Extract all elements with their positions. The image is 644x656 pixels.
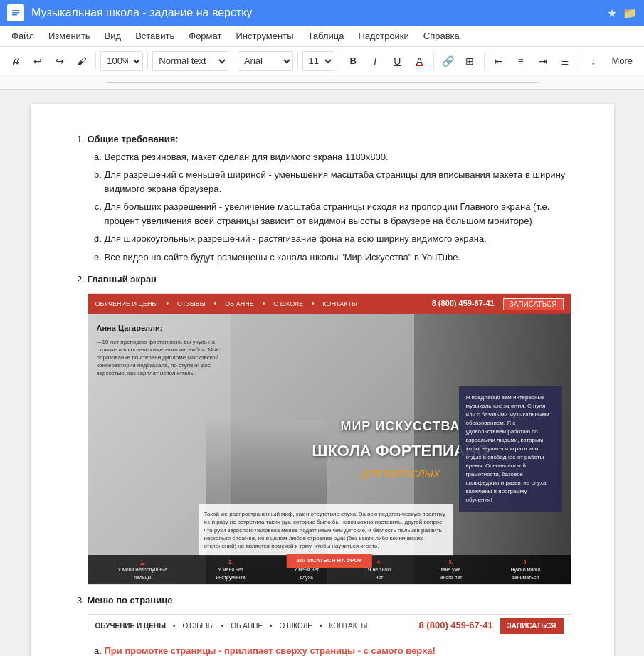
toolbar-divider-8 <box>579 53 579 70</box>
menu-bar: Файл Изменить Вид Вставить Формат Инстру… <box>0 26 644 47</box>
nav-item-4: О ШКОЛЕ <box>273 299 303 309</box>
hero-side-text: Я предлагаю вам интересные музыкальные з… <box>459 386 562 512</box>
hero-title-line1: МИР ИСКУССТВА <box>340 416 460 437</box>
ruler <box>0 75 644 90</box>
menu-bar-full-preview: ОБУЧЕНИЕ И ЦЕНЫ • ОТЗЫВЫ • ОБ АННЕ • О Ш… <box>88 614 571 638</box>
menu-help[interactable]: Справка <box>418 28 465 44</box>
font-size-select[interactable]: 11 <box>302 51 334 71</box>
print-button[interactable]: 🖨 <box>6 51 25 71</box>
mp-phone: 8 (800) 459-67-41 <box>419 618 493 633</box>
nav-item-5: КОНТАКТЫ <box>322 299 357 309</box>
mp-dot: • <box>221 620 224 632</box>
section-2: Главный экран ОБУЧЕНИЕ И ЦЕНЫ • ОТЗЫВЫ •… <box>88 273 571 585</box>
mp-item-2: ОТЗЫВЫ <box>182 620 213 632</box>
section-1-list: Верстка резиновая, макет сделан для види… <box>88 150 571 265</box>
link-button[interactable]: 🔗 <box>438 51 458 71</box>
nav-dot: • <box>312 298 315 310</box>
line-spacing-button[interactable]: ↕ <box>584 51 603 71</box>
app-icon <box>7 4 24 21</box>
undo-button[interactable]: ↩ <box>28 51 47 71</box>
menu-tools[interactable]: Инструменты <box>230 28 299 44</box>
more-button[interactable]: More <box>606 47 638 75</box>
align-justify-button[interactable]: ≣ <box>555 51 574 71</box>
title-bar: Музыкальная школа - задание на верстку ★… <box>0 0 644 26</box>
menu-edit[interactable]: Изменить <box>43 28 96 44</box>
underline-button[interactable]: U <box>388 51 407 71</box>
redo-button[interactable]: ↪ <box>50 51 69 71</box>
toolbar-divider-6 <box>433 53 434 70</box>
menu-file[interactable]: Файл <box>6 28 40 44</box>
font-select[interactable]: Arial <box>238 51 293 71</box>
style-select[interactable]: Normal text <box>152 51 228 71</box>
hero-area: Анна Цагарелли: —10 лет преподаю фортепи… <box>88 314 571 584</box>
nav-dot: • <box>263 298 265 310</box>
doc-icons: ★ 📁 <box>607 6 637 20</box>
section-3-sublist: При промотке страницы - прилипает сверху… <box>88 644 571 656</box>
paint-format-button[interactable]: 🖌 <box>72 51 91 71</box>
zoom-select[interactable]: 100% <box>100 51 143 71</box>
section-3-title: Меню по странице <box>88 595 173 605</box>
section-3: Меню по странице ОБУЧЕНИЕ И ЦЕНЫ • ОТЗЫВ… <box>88 593 571 656</box>
mp-signup[interactable]: ЗАПИСАТЬСЯ <box>500 618 564 634</box>
bottom-item-6: 6. Нужно многозаниматься <box>511 558 541 582</box>
nav-preview: ОБУЧЕНИЕ И ЦЕНЫ • ОТЗЫВЫ • ОБ АННЕ • О Ш… <box>88 294 571 314</box>
person-name: Анна Цагарелли: <box>97 322 222 335</box>
star-icon[interactable]: ★ <box>607 6 617 20</box>
align-right-button[interactable]: ⇥ <box>533 51 552 71</box>
list-item: Для разрешений с меньшей шириной - умень… <box>105 168 571 196</box>
list-item: Для широкоугольных разрешений - растягив… <box>105 232 571 246</box>
mp-item-4: О ШКОЛЕ <box>280 620 312 632</box>
mp-dot: • <box>270 620 273 632</box>
doc-page: Общие требования: Верстка резиновая, мак… <box>31 104 614 656</box>
toolbar: 🖨 ↩ ↪ 🖌 100% Normal text Arial 11 B I U … <box>0 47 644 75</box>
svg-rect-2 <box>12 12 19 14</box>
svg-rect-3 <box>12 14 17 16</box>
bottom-item-5: 5. Мне ужемного лет <box>440 558 463 582</box>
nav-dot: • <box>214 298 217 310</box>
sticky-text: При промотке страницы - прилипает сверху… <box>105 645 436 656</box>
list-item: Все видео на сайте будут размещены с кан… <box>105 250 571 265</box>
nav-item-1: ОБУЧЕНИЕ И ЦЕНЫ <box>95 299 158 309</box>
list-item-sticky: При промотке страницы - прилипает сверху… <box>105 644 571 656</box>
ruler-line <box>107 82 537 83</box>
section-2-title: Главный экран <box>88 274 157 285</box>
nav-signup-button[interactable]: ЗАПИСАТЬСЯ <box>503 298 564 310</box>
hero-signup-btn[interactable]: ЗАПИСАТЬСЯ НА УРОК <box>286 554 371 568</box>
toolbar-divider-2 <box>147 53 148 70</box>
svg-rect-1 <box>12 10 19 11</box>
doc-title: Музыкальная школа - задание на верстку <box>31 6 600 19</box>
toolbar-divider-5 <box>339 53 339 70</box>
nav-item-3: ОБ АННЕ <box>225 299 253 309</box>
folder-icon[interactable]: 📁 <box>623 6 637 20</box>
list-item: Для больших разрешений - увеличение масш… <box>105 200 571 228</box>
bold-button[interactable]: B <box>344 51 363 71</box>
italic-button[interactable]: I <box>366 51 385 71</box>
menu-insert[interactable]: Вставить <box>130 28 180 44</box>
section-1-title: Общие требования: <box>88 134 179 144</box>
font-color-button[interactable]: A <box>410 51 429 71</box>
mp-item-3: ОБ АННЕ <box>231 620 263 632</box>
mp-item-5: КОНТАКТЫ <box>329 620 367 632</box>
nav-item-2: ОТЗЫВЫ <box>177 299 206 309</box>
doc-area: Общие требования: Верстка резиновая, мак… <box>0 90 644 656</box>
bottom-item-2: 2. У меня нетинструмента <box>216 558 245 582</box>
menu-addons[interactable]: Надстройки <box>352 28 414 44</box>
menu-table[interactable]: Таблица <box>302 28 350 44</box>
mp-dot: • <box>320 620 322 632</box>
align-center-button[interactable]: ≡ <box>511 51 530 71</box>
toolbar-divider-1 <box>95 53 96 70</box>
toolbar-divider-4 <box>297 53 298 70</box>
person-desc: —10 лет преподаю фортепиано, вы учусь на… <box>97 338 222 378</box>
hero-bottom-text: Такой же распространенный миф, как и отс… <box>199 504 453 556</box>
bottom-item-1: 1. У меня непослушныепальцы <box>118 558 168 582</box>
menu-format[interactable]: Формат <box>183 28 227 44</box>
main-list: Общие требования: Верстка резиновая, мак… <box>73 132 571 656</box>
align-left-button[interactable]: ⇤ <box>489 51 508 71</box>
mp-item-1: ОБУЧЕНИЕ И ЦЕНЫ <box>95 620 166 632</box>
mp-dot: • <box>173 620 176 632</box>
section-1: Общие требования: Верстка резиновая, мак… <box>88 132 571 264</box>
image-button[interactable]: ⊞ <box>460 51 480 71</box>
nav-dot: • <box>167 298 169 310</box>
menu-view[interactable]: Вид <box>99 28 127 44</box>
hero-subtitle: ДЛЯ ВЗРОСЛЫХ <box>361 466 440 482</box>
